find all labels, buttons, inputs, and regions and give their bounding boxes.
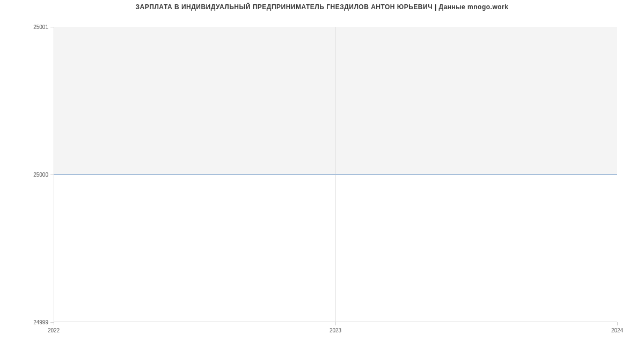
x-tick (54, 322, 54, 325)
y-axis-line (54, 27, 54, 322)
x-tick-label: 2024 (611, 328, 623, 333)
y-tick-label: 25000 (33, 172, 48, 178)
plot-area: 25001 25000 24999 2022 2023 2024 (54, 27, 617, 322)
y-tick-label: 24999 (33, 319, 48, 325)
x-tick-label: 2022 (48, 328, 60, 333)
chart-title: ЗАРПЛАТА В ИНДИВИДУАЛЬНЫЙ ПРЕДПРИНИМАТЕЛ… (0, 3, 644, 11)
y-tick (50, 27, 54, 27)
x-tick (617, 322, 618, 325)
x-tick (335, 322, 336, 325)
y-tick (50, 174, 54, 175)
chart-container: ЗАРПЛАТА В ИНДИВИДУАЛЬНЫЙ ПРЕДПРИНИМАТЕЛ… (0, 0, 644, 349)
x-tick-label: 2023 (330, 328, 341, 333)
y-tick-label: 25001 (33, 24, 48, 30)
gridline-vertical-mid (335, 27, 336, 322)
data-line (54, 174, 617, 174)
